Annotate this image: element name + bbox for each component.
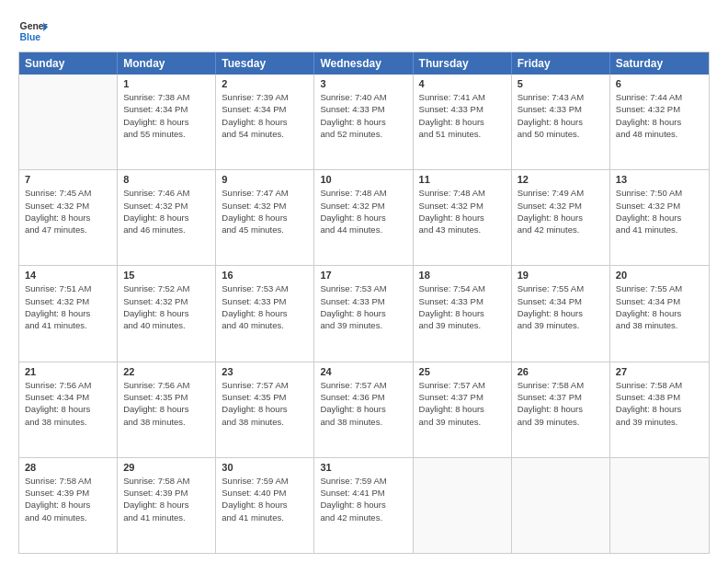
calendar-cell: 29Sunrise: 7:58 AM Sunset: 4:39 PM Dayli… (118, 458, 216, 553)
calendar-cell: 30Sunrise: 7:59 AM Sunset: 4:40 PM Dayli… (216, 458, 314, 553)
calendar-cell: 10Sunrise: 7:48 AM Sunset: 4:32 PM Dayli… (314, 170, 413, 265)
calendar-cell: 12Sunrise: 7:49 AM Sunset: 4:32 PM Dayli… (512, 170, 610, 265)
cell-info: Sunrise: 7:40 AM Sunset: 4:33 PM Dayligh… (320, 91, 406, 140)
cell-info: Sunrise: 7:41 AM Sunset: 4:33 PM Dayligh… (419, 91, 506, 140)
calendar-cell: 6Sunrise: 7:44 AM Sunset: 4:32 PM Daylig… (610, 75, 709, 169)
calendar-cell: 9Sunrise: 7:47 AM Sunset: 4:32 PM Daylig… (216, 170, 314, 265)
day-number: 14 (25, 270, 111, 281)
cell-info: Sunrise: 7:56 AM Sunset: 4:35 PM Dayligh… (123, 379, 210, 428)
cell-info: Sunrise: 7:54 AM Sunset: 4:33 PM Dayligh… (419, 282, 506, 331)
cell-info: Sunrise: 7:39 AM Sunset: 4:34 PM Dayligh… (222, 91, 308, 140)
cell-info: Sunrise: 7:55 AM Sunset: 4:34 PM Dayligh… (616, 282, 703, 331)
calendar-cell: 8Sunrise: 7:46 AM Sunset: 4:32 PM Daylig… (118, 170, 216, 265)
calendar-cell: 20Sunrise: 7:55 AM Sunset: 4:34 PM Dayli… (610, 266, 709, 361)
day-number: 27 (616, 366, 703, 377)
calendar-cell: 15Sunrise: 7:52 AM Sunset: 4:32 PM Dayli… (118, 266, 216, 361)
calendar-cell: 3Sunrise: 7:40 AM Sunset: 4:33 PM Daylig… (314, 75, 413, 169)
header-day: Tuesday (216, 52, 314, 75)
cell-info: Sunrise: 7:58 AM Sunset: 4:38 PM Dayligh… (616, 379, 703, 428)
calendar-cell (19, 75, 118, 169)
day-number: 6 (616, 78, 703, 89)
calendar-cell: 13Sunrise: 7:50 AM Sunset: 4:32 PM Dayli… (610, 170, 709, 265)
day-number: 16 (222, 270, 308, 281)
calendar-body: 1Sunrise: 7:38 AM Sunset: 4:34 PM Daylig… (19, 75, 709, 553)
calendar: SundayMondayTuesdayWednesdayThursdayFrid… (18, 52, 710, 554)
calendar-cell (610, 458, 709, 553)
calendar-row: 14Sunrise: 7:51 AM Sunset: 4:32 PM Dayli… (19, 265, 709, 361)
calendar-cell: 16Sunrise: 7:53 AM Sunset: 4:33 PM Dayli… (216, 266, 314, 361)
cell-info: Sunrise: 7:38 AM Sunset: 4:34 PM Dayligh… (123, 91, 210, 140)
logo: General Blue (18, 17, 48, 46)
header-day: Wednesday (314, 52, 413, 75)
logo-icon: General Blue (18, 17, 48, 46)
calendar-row: 7Sunrise: 7:45 AM Sunset: 4:32 PM Daylig… (19, 169, 709, 265)
day-number: 11 (419, 174, 506, 185)
cell-info: Sunrise: 7:51 AM Sunset: 4:32 PM Dayligh… (25, 282, 111, 331)
day-number: 22 (123, 366, 210, 377)
day-number: 21 (25, 366, 111, 377)
day-number: 17 (320, 270, 406, 281)
day-number: 31 (320, 462, 406, 473)
header-day: Thursday (414, 52, 512, 75)
day-number: 3 (320, 78, 406, 89)
cell-info: Sunrise: 7:57 AM Sunset: 4:37 PM Dayligh… (419, 379, 506, 428)
day-number: 5 (518, 78, 604, 89)
cell-info: Sunrise: 7:59 AM Sunset: 4:40 PM Dayligh… (222, 475, 308, 523)
calendar-cell: 7Sunrise: 7:45 AM Sunset: 4:32 PM Daylig… (19, 170, 118, 265)
calendar-cell: 19Sunrise: 7:55 AM Sunset: 4:34 PM Dayli… (512, 266, 610, 361)
day-number: 26 (518, 366, 604, 377)
day-number: 19 (518, 270, 604, 281)
calendar-cell (414, 458, 512, 553)
calendar-cell: 21Sunrise: 7:56 AM Sunset: 4:34 PM Dayli… (19, 362, 118, 457)
header-day: Sunday (19, 52, 118, 75)
day-number: 23 (222, 366, 308, 377)
calendar-cell: 14Sunrise: 7:51 AM Sunset: 4:32 PM Dayli… (19, 266, 118, 361)
cell-info: Sunrise: 7:58 AM Sunset: 4:39 PM Dayligh… (25, 475, 111, 523)
day-number: 12 (518, 174, 604, 185)
day-number: 9 (222, 174, 308, 185)
header-day: Monday (118, 52, 216, 75)
day-number: 7 (25, 174, 111, 185)
cell-info: Sunrise: 7:48 AM Sunset: 4:32 PM Dayligh… (320, 187, 406, 236)
day-number: 15 (123, 270, 210, 281)
day-number: 8 (123, 174, 210, 185)
svg-text:Blue: Blue (20, 32, 41, 42)
calendar-cell: 1Sunrise: 7:38 AM Sunset: 4:34 PM Daylig… (118, 75, 216, 169)
header-day: Friday (512, 52, 610, 75)
cell-info: Sunrise: 7:44 AM Sunset: 4:32 PM Dayligh… (616, 91, 703, 140)
cell-info: Sunrise: 7:58 AM Sunset: 4:37 PM Dayligh… (518, 379, 604, 428)
header-day: Saturday (610, 52, 709, 75)
calendar-cell: 28Sunrise: 7:58 AM Sunset: 4:39 PM Dayli… (19, 458, 118, 553)
cell-info: Sunrise: 7:55 AM Sunset: 4:34 PM Dayligh… (518, 282, 604, 331)
cell-info: Sunrise: 7:46 AM Sunset: 4:32 PM Dayligh… (123, 187, 210, 236)
calendar-cell: 31Sunrise: 7:59 AM Sunset: 4:41 PM Dayli… (314, 458, 413, 553)
cell-info: Sunrise: 7:56 AM Sunset: 4:34 PM Dayligh… (25, 379, 111, 428)
calendar-cell: 11Sunrise: 7:48 AM Sunset: 4:32 PM Dayli… (414, 170, 512, 265)
day-number: 28 (25, 462, 111, 473)
day-number: 1 (123, 78, 210, 89)
cell-info: Sunrise: 7:43 AM Sunset: 4:33 PM Dayligh… (518, 91, 604, 140)
cell-info: Sunrise: 7:50 AM Sunset: 4:32 PM Dayligh… (616, 187, 703, 236)
calendar-row: 28Sunrise: 7:58 AM Sunset: 4:39 PM Dayli… (19, 457, 709, 553)
calendar-header: SundayMondayTuesdayWednesdayThursdayFrid… (19, 52, 709, 75)
cell-info: Sunrise: 7:45 AM Sunset: 4:32 PM Dayligh… (25, 187, 111, 236)
day-number: 2 (222, 78, 308, 89)
cell-info: Sunrise: 7:57 AM Sunset: 4:35 PM Dayligh… (222, 379, 308, 428)
cell-info: Sunrise: 7:53 AM Sunset: 4:33 PM Dayligh… (320, 282, 406, 331)
calendar-row: 1Sunrise: 7:38 AM Sunset: 4:34 PM Daylig… (19, 75, 709, 169)
day-number: 24 (320, 366, 406, 377)
calendar-cell: 24Sunrise: 7:57 AM Sunset: 4:36 PM Dayli… (314, 362, 413, 457)
calendar-cell: 25Sunrise: 7:57 AM Sunset: 4:37 PM Dayli… (414, 362, 512, 457)
calendar-cell (512, 458, 610, 553)
calendar-cell: 27Sunrise: 7:58 AM Sunset: 4:38 PM Dayli… (610, 362, 709, 457)
cell-info: Sunrise: 7:49 AM Sunset: 4:32 PM Dayligh… (518, 187, 604, 236)
calendar-cell: 18Sunrise: 7:54 AM Sunset: 4:33 PM Dayli… (414, 266, 512, 361)
calendar-cell: 26Sunrise: 7:58 AM Sunset: 4:37 PM Dayli… (512, 362, 610, 457)
cell-info: Sunrise: 7:57 AM Sunset: 4:36 PM Dayligh… (320, 379, 406, 428)
page-header: General Blue (18, 17, 710, 46)
calendar-cell: 23Sunrise: 7:57 AM Sunset: 4:35 PM Dayli… (216, 362, 314, 457)
day-number: 10 (320, 174, 406, 185)
calendar-cell: 5Sunrise: 7:43 AM Sunset: 4:33 PM Daylig… (512, 75, 610, 169)
day-number: 25 (419, 366, 506, 377)
calendar-row: 21Sunrise: 7:56 AM Sunset: 4:34 PM Dayli… (19, 362, 709, 457)
